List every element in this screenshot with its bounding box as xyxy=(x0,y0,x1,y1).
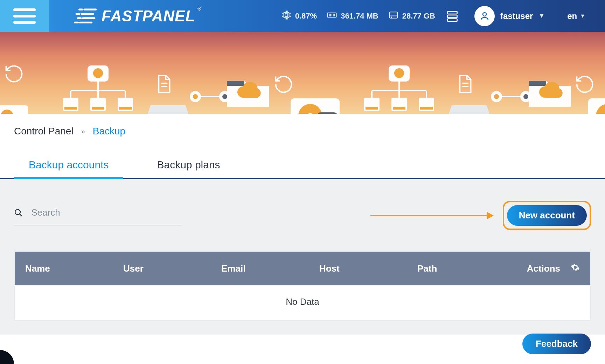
svg-point-77 xyxy=(394,68,404,78)
svg-point-40 xyxy=(93,68,103,78)
menu-icon xyxy=(13,8,36,24)
page-banner xyxy=(0,32,605,114)
tab-backup-plans[interactable]: Backup plans xyxy=(142,155,235,179)
servers-button[interactable] xyxy=(445,9,460,23)
hdd-icon xyxy=(291,98,340,114)
svg-rect-47 xyxy=(64,107,77,110)
svg-rect-51 xyxy=(119,107,132,110)
callout-arrow: New account xyxy=(188,201,591,230)
servers-icon xyxy=(446,10,459,22)
user-menu[interactable]: fastuser ▼ xyxy=(470,6,550,26)
search-input[interactable] xyxy=(30,207,182,218)
logo[interactable]: FASTPANEL® xyxy=(49,0,195,32)
top-bar: FASTPANEL® 0.87% xyxy=(0,0,605,32)
language-label: en xyxy=(567,11,577,21)
col-name[interactable]: Name xyxy=(25,263,123,274)
username-label: fastuser xyxy=(500,11,533,21)
search-field[interactable] xyxy=(14,205,182,225)
svg-rect-75 xyxy=(317,112,338,114)
cloud-folder-icon xyxy=(525,70,574,109)
restore-outline-icon xyxy=(273,74,294,95)
disk-stat[interactable]: 28.77 GB xyxy=(388,10,435,22)
restore-outline-icon xyxy=(4,63,25,84)
svg-point-110 xyxy=(15,209,20,215)
content-area: Name User Email Host Path Actions No Dat… xyxy=(0,230,605,335)
svg-rect-71 xyxy=(227,81,244,86)
col-email[interactable]: Email xyxy=(221,263,319,274)
logo-glyph-icon xyxy=(74,8,97,24)
svg-rect-86 xyxy=(393,107,405,110)
svg-point-30 xyxy=(391,17,392,18)
document-outline-icon xyxy=(154,74,173,94)
svg-rect-32 xyxy=(447,15,457,18)
avatar xyxy=(474,6,495,26)
table-empty-message: No Data xyxy=(15,285,590,320)
svg-point-100 xyxy=(494,94,499,99)
cpu-value: 0.87% xyxy=(295,12,317,21)
logo-text: FASTPANEL® xyxy=(102,7,195,25)
tab-backup-accounts[interactable]: Backup accounts xyxy=(14,155,123,179)
svg-rect-49 xyxy=(92,107,104,110)
col-user[interactable]: User xyxy=(123,263,221,274)
breadcrumb-home[interactable]: Control Panel xyxy=(14,126,74,137)
arrow-icon xyxy=(370,215,493,216)
svg-point-63 xyxy=(193,94,198,99)
hdd-icon xyxy=(0,105,28,114)
document-outline-icon xyxy=(455,74,474,94)
system-stats: 0.87% 361.74 MB 28.77 GB xyxy=(281,0,605,32)
network-icon xyxy=(63,65,133,114)
svg-point-34 xyxy=(483,13,486,16)
hdd-icon xyxy=(588,98,605,114)
svg-rect-9 xyxy=(285,14,288,16)
tab-bar: Backup accounts Backup plans xyxy=(0,154,605,179)
cpu-stat[interactable]: 0.87% xyxy=(281,10,317,22)
svg-rect-33 xyxy=(447,19,457,21)
col-host[interactable]: Host xyxy=(319,263,417,274)
svg-line-111 xyxy=(20,214,22,216)
table-header: Name User Email Host Path Actions xyxy=(15,252,590,285)
callout-highlight: New account xyxy=(503,201,591,230)
breadcrumb-separator: » xyxy=(81,127,85,135)
feedback-button[interactable]: Feedback xyxy=(522,334,591,354)
toolbar: New account xyxy=(0,179,605,230)
ram-icon xyxy=(327,10,337,22)
menu-button[interactable] xyxy=(0,0,49,32)
chevron-down-icon: ▼ xyxy=(580,13,585,19)
svg-rect-31 xyxy=(447,11,457,14)
table-settings-button[interactable] xyxy=(560,263,580,274)
svg-rect-105 xyxy=(529,81,546,86)
svg-rect-88 xyxy=(420,107,433,110)
col-path[interactable]: Path xyxy=(417,263,508,274)
user-icon xyxy=(479,11,490,21)
breadcrumb: Control Panel » Backup xyxy=(0,114,605,140)
svg-rect-8 xyxy=(284,12,289,18)
corner-decoration xyxy=(0,350,14,364)
ram-value: 361.74 MB xyxy=(341,12,378,21)
disk-icon xyxy=(388,10,399,22)
cloud-folder-icon xyxy=(223,70,272,109)
cpu-icon xyxy=(281,10,292,22)
new-account-button[interactable]: New account xyxy=(507,205,587,226)
search-icon xyxy=(14,208,23,218)
restore-outline-icon xyxy=(574,74,595,95)
chevron-down-icon: ▼ xyxy=(538,12,545,20)
network-icon xyxy=(364,65,434,114)
col-actions: Actions xyxy=(508,263,560,274)
breadcrumb-current[interactable]: Backup xyxy=(93,126,125,137)
disk-value: 28.77 GB xyxy=(402,12,435,21)
svg-rect-84 xyxy=(366,107,378,110)
accounts-table: Name User Email Host Path Actions No Dat… xyxy=(14,251,591,321)
ram-stat[interactable]: 361.74 MB xyxy=(327,10,378,22)
language-menu[interactable]: en ▼ xyxy=(559,11,599,21)
gear-icon xyxy=(571,263,580,272)
